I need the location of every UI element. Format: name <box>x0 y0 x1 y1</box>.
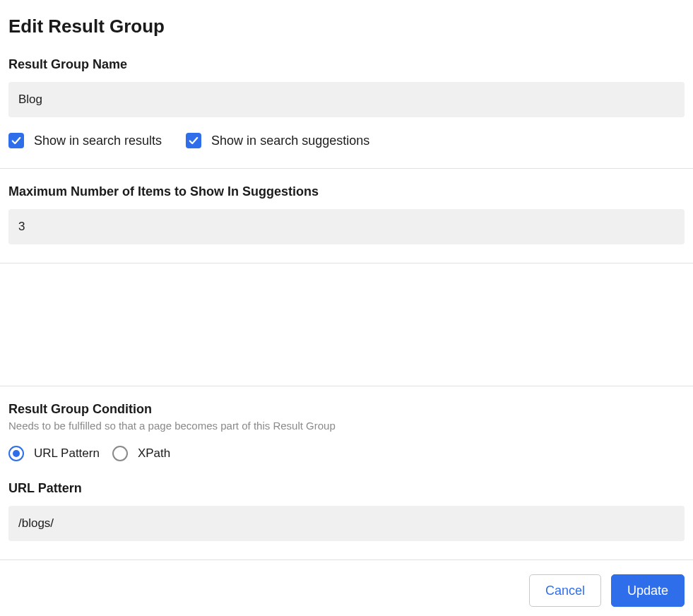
cancel-button[interactable]: Cancel <box>529 574 601 607</box>
radio-url-pattern-label: URL Pattern <box>34 446 100 461</box>
max-items-input[interactable] <box>8 209 685 244</box>
show-in-results-label: Show in search results <box>34 134 162 148</box>
radio-icon <box>112 446 128 461</box>
condition-helper: Needs to be fulfilled so that a page bec… <box>8 420 685 432</box>
condition-label: Result Group Condition <box>8 402 685 417</box>
show-in-results-checkbox[interactable]: Show in search results <box>8 133 162 148</box>
checkmark-icon <box>186 133 201 148</box>
result-group-name-input[interactable] <box>8 82 685 117</box>
radio-xpath[interactable]: XPath <box>112 446 170 461</box>
radio-url-pattern[interactable]: URL Pattern <box>8 446 100 461</box>
checkmark-icon <box>8 133 24 148</box>
footer: Cancel Update <box>0 559 693 615</box>
radio-xpath-label: XPath <box>138 446 170 461</box>
spacer <box>0 263 693 386</box>
url-pattern-label: URL Pattern <box>8 481 685 496</box>
update-button[interactable]: Update <box>611 574 685 607</box>
show-in-suggestions-checkbox[interactable]: Show in search suggestions <box>186 133 369 148</box>
radio-icon <box>8 446 24 461</box>
url-pattern-input[interactable] <box>8 506 685 541</box>
max-items-label: Maximum Number of Items to Show In Sugge… <box>8 184 685 199</box>
page-title: Edit Result Group <box>0 16 693 57</box>
result-group-name-label: Result Group Name <box>8 57 685 72</box>
show-in-suggestions-label: Show in search suggestions <box>211 134 369 148</box>
